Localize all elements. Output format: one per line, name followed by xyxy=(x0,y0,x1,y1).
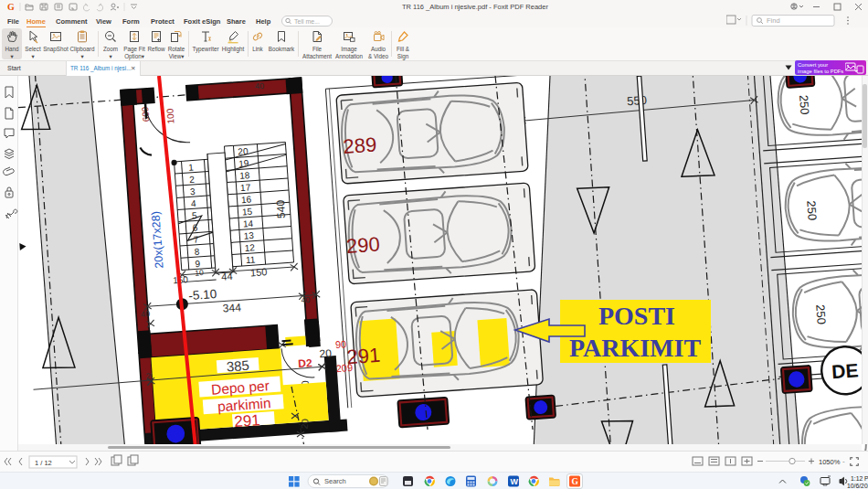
svg-text:20: 20 xyxy=(238,146,249,157)
svg-text:Find: Find xyxy=(767,16,780,25)
svg-text:250: 250 xyxy=(804,200,819,221)
svg-text:250: 250 xyxy=(797,94,811,115)
svg-text:10: 10 xyxy=(195,268,204,278)
svg-text:385: 385 xyxy=(226,357,249,375)
svg-text:1:12 PM: 1:12 PM xyxy=(851,475,868,482)
svg-text:15: 15 xyxy=(242,207,253,218)
svg-text:40: 40 xyxy=(141,309,151,319)
svg-text:290: 290 xyxy=(345,232,380,258)
svg-text:-: - xyxy=(842,457,845,465)
svg-text:90: 90 xyxy=(334,338,346,350)
svg-text:13: 13 xyxy=(243,230,254,241)
svg-text:40: 40 xyxy=(301,295,311,305)
svg-text:209: 209 xyxy=(335,362,353,374)
svg-text:44: 44 xyxy=(221,271,233,282)
svg-text:150: 150 xyxy=(250,266,268,278)
svg-text:100: 100 xyxy=(164,108,175,124)
svg-text:550: 550 xyxy=(627,93,648,108)
svg-text:DE: DE xyxy=(831,359,860,382)
svg-text:344: 344 xyxy=(222,301,241,314)
svg-text:250: 250 xyxy=(813,304,828,325)
svg-text:20: 20 xyxy=(319,346,333,360)
svg-text:291: 291 xyxy=(234,411,261,431)
svg-text:-5.10: -5.10 xyxy=(188,287,217,303)
svg-text:Tell me...: Tell me... xyxy=(294,18,320,25)
svg-text:14: 14 xyxy=(243,218,254,229)
svg-text:Search: Search xyxy=(324,477,346,485)
svg-text:11: 11 xyxy=(246,254,257,265)
svg-text:12: 12 xyxy=(244,242,255,253)
svg-text:G: G xyxy=(572,477,579,486)
svg-text:20: 20 xyxy=(300,418,311,429)
svg-text:TR 116 _Album i njesive.pdf -: TR 116 _Album i njesive.pdf - Foxit PDF … xyxy=(402,3,548,11)
svg-text:40: 40 xyxy=(255,81,265,91)
svg-text:18: 18 xyxy=(239,170,250,181)
svg-text:G: G xyxy=(7,2,15,12)
svg-text:289: 289 xyxy=(343,133,377,158)
svg-text:17: 17 xyxy=(240,182,251,193)
svg-text:19: 19 xyxy=(238,158,249,169)
svg-text:1050%: 1050% xyxy=(819,458,841,466)
svg-text:10/6/2025: 10/6/2025 xyxy=(847,483,868,489)
svg-text:16: 16 xyxy=(241,194,252,205)
svg-text:1 / 12: 1 / 12 xyxy=(35,459,52,467)
svg-text:PARKIMIT: PARKIMIT xyxy=(569,334,701,362)
svg-text:POSTI: POSTI xyxy=(598,302,675,330)
svg-text:W: W xyxy=(511,477,519,486)
svg-text:540: 540 xyxy=(274,199,288,218)
